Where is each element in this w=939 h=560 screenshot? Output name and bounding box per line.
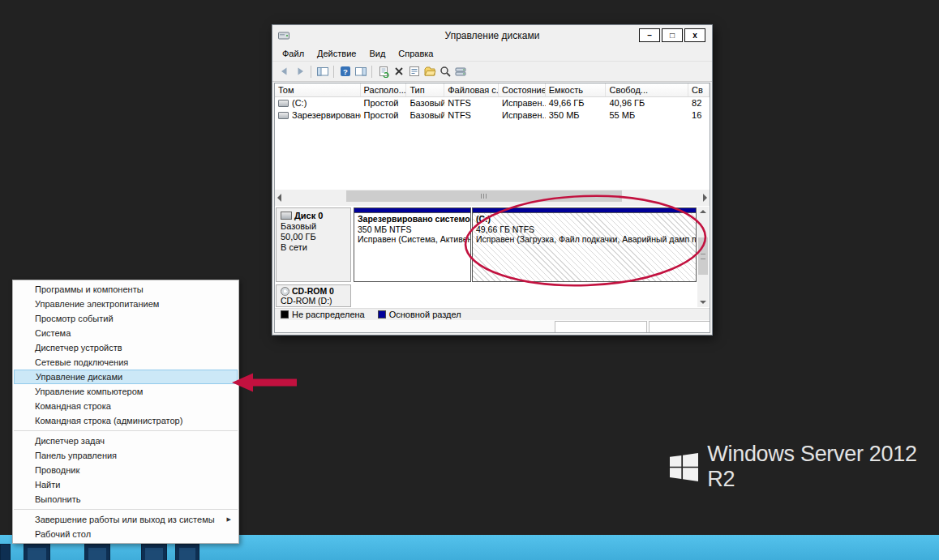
disk0-header[interactable]: Диск 0 Базовый 50,00 ГБ В сети xyxy=(276,207,351,282)
search-icon[interactable] xyxy=(437,64,452,79)
properties-icon[interactable] xyxy=(406,64,422,79)
legend: Не распределена Основной раздел xyxy=(275,308,710,320)
volume-row-c[interactable]: (C:) Простой Базовый NTFS Исправен... 49… xyxy=(275,97,710,109)
horizontal-scrollbar[interactable] xyxy=(275,190,710,203)
disk0-row: Диск 0 Базовый 50,00 ГБ В сети Зарезерви… xyxy=(276,207,697,282)
volume-type: Базовый xyxy=(406,109,444,122)
column-header-status[interactable]: Состояние xyxy=(499,83,546,96)
menu-separator xyxy=(14,509,238,510)
back-icon[interactable] xyxy=(277,64,292,79)
partition-size: 350 МБ NTFS xyxy=(358,224,467,235)
unallocated-swatch xyxy=(281,310,289,318)
volume-free: 40,96 ГБ xyxy=(606,97,688,109)
menu-view[interactable]: Вид xyxy=(362,47,392,60)
column-header-type[interactable]: Тип xyxy=(406,83,444,96)
menu-item-device-manager[interactable]: Диспетчер устройств xyxy=(13,340,238,355)
cdrom-row: CD-ROM 0 CD-ROM (D:) xyxy=(276,284,697,307)
volume-capacity: 49,66 ГБ xyxy=(546,97,607,109)
statusbar-pane xyxy=(555,321,647,333)
volume-type: Базовый xyxy=(406,97,444,109)
scrollbar-grip xyxy=(481,194,487,199)
submenu-arrow-icon: ▶ xyxy=(227,512,231,527)
taskbar-icon[interactable] xyxy=(24,544,50,560)
open-folder-icon[interactable] xyxy=(422,64,437,79)
menu-item-run[interactable]: Выполнить xyxy=(13,492,238,507)
menu-item-command-prompt[interactable]: Командная строка xyxy=(13,399,238,413)
toolbar-separator xyxy=(371,66,372,78)
volume-capacity: 350 МБ xyxy=(546,109,607,122)
partition-system-reserved[interactable]: Зарезервировано системой 350 МБ NTFS Исп… xyxy=(354,207,471,282)
forward-icon[interactable] xyxy=(292,64,307,79)
help-icon[interactable]: ? xyxy=(337,64,353,79)
menu-item-system[interactable]: Система xyxy=(13,326,238,340)
menubar: Файл Действие Вид Справка xyxy=(272,45,712,62)
menu-item-desktop[interactable]: Рабочий стол xyxy=(13,527,238,541)
menu-item-search[interactable]: Найти xyxy=(13,477,238,492)
partition-size: 49,66 ГБ NTFS xyxy=(476,224,692,235)
disk-status: В сети xyxy=(281,242,346,253)
scroll-up-arrow-icon[interactable] xyxy=(697,207,709,218)
scroll-right-arrow-icon[interactable] xyxy=(697,190,710,203)
vertical-scrollbar[interactable] xyxy=(697,207,709,307)
taskbar-icon[interactable] xyxy=(141,544,167,560)
scrollbar-thumb[interactable] xyxy=(698,237,708,275)
show-console-tree-icon[interactable] xyxy=(315,64,330,79)
menu-item-control-panel[interactable]: Панель управления xyxy=(13,448,238,463)
menu-item-network-connections[interactable]: Сетевые подключения xyxy=(13,355,238,370)
toolbar-separator xyxy=(333,66,334,78)
volume-name: (C:) xyxy=(292,98,307,108)
close-button[interactable]: x xyxy=(684,28,705,42)
column-header-filesystem[interactable]: Файловая с... xyxy=(444,83,499,96)
disk-size: 50,00 ГБ xyxy=(281,232,346,242)
maximize-button[interactable]: □ xyxy=(662,28,683,42)
statusbar-pane xyxy=(649,321,710,333)
menu-item-disk-management[interactable]: Управление дисками xyxy=(14,370,238,384)
volume-name: Зарезервировано... xyxy=(292,110,361,120)
partition-c[interactable]: (C:) 49,66 ГБ NTFS Исправен (Загрузка, Ф… xyxy=(472,207,697,282)
menu-action[interactable]: Действие xyxy=(311,47,362,60)
menu-file[interactable]: Файл xyxy=(276,47,311,60)
scrollbar-thumb[interactable] xyxy=(346,190,622,202)
menu-help[interactable]: Справка xyxy=(392,47,439,60)
legend-item-primary: Основной раздел xyxy=(378,310,461,319)
start-button[interactable] xyxy=(0,544,11,560)
taskbar-icon[interactable] xyxy=(84,544,110,560)
taskbar-icon[interactable] xyxy=(175,544,199,560)
branding: Windows Server 2012 R2 xyxy=(670,442,939,492)
column-header-free[interactable]: Свобод... xyxy=(606,83,688,96)
menu-item-label: Завершение работы или выход из системы xyxy=(35,512,215,527)
disk-icon xyxy=(281,212,292,220)
volume-row-system-reserved[interactable]: Зарезервировано... Простой Базовый NTFS … xyxy=(275,109,710,122)
column-header-volume[interactable]: Том xyxy=(275,83,361,96)
toolbar: ? xyxy=(272,62,712,82)
scroll-down-arrow-icon[interactable] xyxy=(697,296,709,307)
menu-item-computer-management[interactable]: Управление компьютером xyxy=(13,384,238,399)
menu-separator xyxy=(14,430,238,431)
refresh-icon[interactable] xyxy=(375,64,391,79)
disks-icon[interactable] xyxy=(452,64,468,79)
legend-label: Основной раздел xyxy=(389,310,461,319)
cdrom-header[interactable]: CD-ROM 0 CD-ROM (D:) xyxy=(276,284,351,307)
delete-icon[interactable] xyxy=(391,64,406,79)
graphical-view: Диск 0 Базовый 50,00 ГБ В сети Зарезерви… xyxy=(275,206,710,308)
volume-fs: NTFS xyxy=(444,97,499,109)
column-header-capacity[interactable]: Емкость xyxy=(546,83,607,96)
menu-item-command-prompt-admin[interactable]: Командная строка (администратор) xyxy=(13,413,238,428)
minimize-button[interactable]: – xyxy=(639,28,660,42)
menu-item-event-viewer[interactable]: Просмотр событий xyxy=(13,311,238,326)
disk-type: Базовый xyxy=(281,221,346,232)
menu-item-shutdown-or-sign-out[interactable]: Завершение работы или выход из системы ▶ xyxy=(13,512,238,527)
menu-item-programs-and-features[interactable]: Программы и компоненты xyxy=(13,282,238,297)
show-action-pane-icon[interactable] xyxy=(353,64,368,79)
column-header-free-pct[interactable]: Св xyxy=(688,83,710,96)
menu-item-file-explorer[interactable]: Проводник xyxy=(13,463,238,477)
menu-item-power-options[interactable]: Управление электропитанием xyxy=(13,297,238,311)
titlebar[interactable]: Управление дисками – □ x xyxy=(272,25,712,45)
menu-item-task-manager[interactable]: Диспетчер задач xyxy=(13,434,238,448)
volume-free-pct: 16 xyxy=(688,109,710,122)
volume-status: Исправен... xyxy=(499,109,546,122)
volume-layout: Простой xyxy=(361,97,407,109)
column-header-layout[interactable]: Располо... xyxy=(361,83,407,96)
cdrom-name: CD-ROM 0 xyxy=(292,286,334,296)
scroll-left-arrow-icon[interactable] xyxy=(275,190,288,203)
